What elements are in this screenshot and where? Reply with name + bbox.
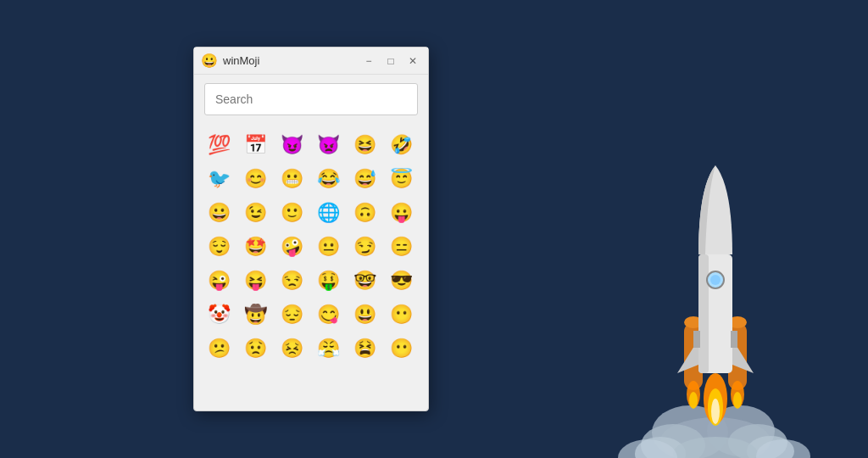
emoji-cell[interactable]: 🙃 <box>348 197 381 229</box>
emoji-cell[interactable]: 😐 <box>312 231 344 263</box>
emoji-cell[interactable]: 😌 <box>203 231 235 263</box>
search-container <box>194 75 428 124</box>
app-icon: 😀 <box>201 53 218 69</box>
emoji-cell[interactable]: 😫 <box>348 332 381 365</box>
svg-rect-22 <box>698 254 709 373</box>
emoji-cell[interactable]: 😅 <box>348 163 381 195</box>
emoji-grid-container[interactable]: 💯📅😈👿😆🤣🐦😊😬😂😅😇😀😉🙂🌐🙃😛😌🤩🤪😐😏😑😜😝😒🤑🤓😎🤡🤠😔😋😃😶😕😟😣😤… <box>194 124 428 411</box>
window-controls: − □ ✕ <box>360 53 421 70</box>
emoji-cell[interactable]: 🤣 <box>385 129 417 161</box>
close-button[interactable]: ✕ <box>404 53 421 70</box>
minimize-button[interactable]: − <box>360 53 377 70</box>
emoji-grid: 💯📅😈👿😆🤣🐦😊😬😂😅😇😀😉🙂🌐🙃😛😌🤩🤪😐😏😑😜😝😒🤑🤓😎🤡🤠😔😋😃😶😕😟😣😤… <box>203 129 420 365</box>
search-input[interactable] <box>204 83 418 115</box>
emoji-cell[interactable]: 😤 <box>312 332 344 365</box>
emoji-cell[interactable]: 😈 <box>275 129 308 161</box>
emoji-cell[interactable]: 🐦 <box>203 163 235 195</box>
emoji-cell[interactable]: 👿 <box>312 129 344 161</box>
svg-rect-26 <box>731 331 737 348</box>
svg-point-12 <box>711 399 720 424</box>
emoji-cell[interactable]: 😋 <box>312 299 344 331</box>
emoji-cell[interactable]: 🤠 <box>239 299 271 331</box>
emoji-cell[interactable]: 😶 <box>385 332 417 365</box>
emoji-cell[interactable]: 🤡 <box>203 299 235 331</box>
emoji-cell[interactable]: 😟 <box>239 332 271 365</box>
emoji-cell[interactable]: 🤓 <box>348 265 381 297</box>
emoji-cell[interactable]: 😆 <box>348 129 381 161</box>
emoji-cell[interactable]: 😑 <box>385 231 417 263</box>
emoji-cell[interactable]: 😝 <box>239 265 271 297</box>
emoji-cell[interactable]: 😎 <box>385 265 417 297</box>
title-bar: 😀 winMoji − □ ✕ <box>194 47 428 75</box>
emoji-cell[interactable]: 😏 <box>348 231 381 263</box>
emoji-cell[interactable]: 😜 <box>203 265 235 297</box>
emoji-cell[interactable]: 😒 <box>275 265 308 297</box>
svg-point-20 <box>733 392 742 409</box>
emoji-cell[interactable]: 😉 <box>239 197 271 229</box>
svg-point-16 <box>689 392 698 409</box>
emoji-cell[interactable]: 😕 <box>203 332 235 365</box>
svg-point-24 <box>710 275 721 285</box>
emoji-cell[interactable]: 💯 <box>203 129 235 161</box>
emoji-cell[interactable]: 😣 <box>275 332 308 365</box>
emoji-cell[interactable]: 😇 <box>385 163 417 195</box>
maximize-button[interactable]: □ <box>382 53 399 70</box>
emoji-cell[interactable]: 😀 <box>203 197 235 229</box>
emoji-cell[interactable]: 🤑 <box>312 265 344 297</box>
winmoji-window: 😀 winMoji − □ ✕ 💯📅😈👿😆🤣🐦😊😬😂😅😇😀😉🙂🌐🙃😛😌🤩🤪😐😏😑… <box>193 47 429 411</box>
emoji-cell[interactable]: 😂 <box>312 163 344 195</box>
emoji-cell[interactable]: 😶 <box>385 299 417 331</box>
emoji-cell[interactable]: 🤩 <box>239 231 271 263</box>
emoji-cell[interactable]: 😛 <box>385 197 417 229</box>
app-title: winMoji <box>223 54 360 67</box>
svg-rect-25 <box>693 331 700 348</box>
emoji-cell[interactable]: 😬 <box>275 163 308 195</box>
emoji-cell[interactable]: 😔 <box>275 299 308 331</box>
emoji-cell[interactable]: 😊 <box>239 163 271 195</box>
emoji-cell[interactable]: 📅 <box>239 129 271 161</box>
emoji-cell[interactable]: 🙂 <box>275 197 308 229</box>
emoji-cell[interactable]: 🤪 <box>275 231 308 263</box>
rocket-illustration <box>614 102 817 458</box>
emoji-cell[interactable]: 😃 <box>348 299 381 331</box>
emoji-cell[interactable]: 🌐 <box>312 197 344 229</box>
